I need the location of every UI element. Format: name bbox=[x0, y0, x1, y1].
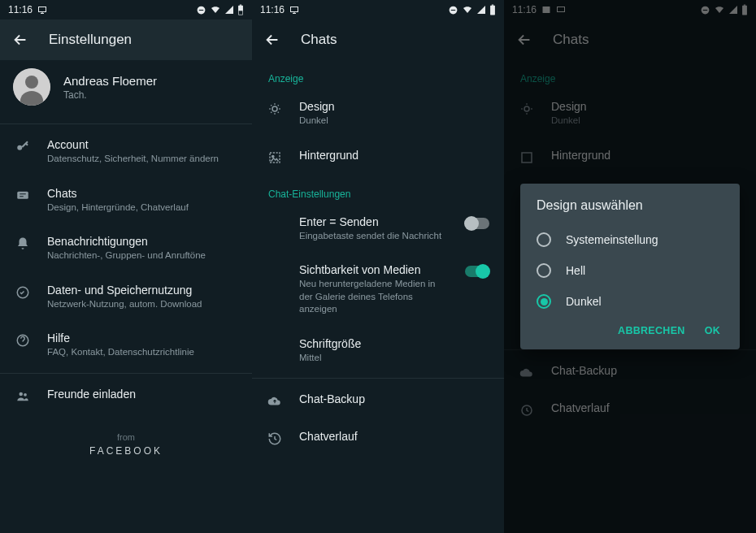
item-title: Benachrichtigungen bbox=[47, 235, 237, 248]
svg-rect-11 bbox=[17, 191, 28, 198]
settings-pane: 11:16 Einstellungen Andreas Floemer Tach… bbox=[0, 0, 252, 533]
footer-brand: FACEBOOK bbox=[0, 445, 252, 457]
section-chat-settings: Chat-Einstellungen bbox=[252, 176, 504, 205]
back-icon[interactable] bbox=[263, 31, 281, 49]
wallpaper-icon bbox=[267, 150, 282, 165]
svg-rect-6 bbox=[239, 6, 243, 11]
screenshot-icon bbox=[289, 5, 299, 15]
settings-item-notifications[interactable]: Benachrichtigungen Nachrichten-, Gruppen… bbox=[0, 224, 252, 273]
radio-option-light[interactable]: Hell bbox=[537, 255, 732, 286]
data-icon bbox=[15, 285, 30, 300]
svg-point-14 bbox=[20, 392, 24, 396]
item-sub: Mittel bbox=[299, 352, 489, 365]
item-title: Daten- und Speichernutzung bbox=[47, 284, 237, 297]
divider bbox=[252, 378, 504, 379]
dnd-icon bbox=[448, 5, 458, 15]
chats-pane: 11:16 Chats Anzeige Design Dunkel Hinter… bbox=[252, 0, 504, 533]
chats-item-design[interactable]: Design Dunkel bbox=[252, 89, 504, 138]
svg-point-15 bbox=[24, 392, 27, 396]
chats-item-font-size[interactable]: Schriftgröße Mittel bbox=[252, 327, 504, 375]
item-title: Design bbox=[299, 100, 489, 113]
ok-button[interactable]: OK bbox=[705, 325, 720, 336]
status-time: 11:16 bbox=[260, 4, 285, 15]
dialog-title: Design auswählen bbox=[537, 198, 732, 213]
item-title: Chats bbox=[47, 187, 237, 200]
radio-label: Dunkel bbox=[566, 295, 602, 308]
design-dialog: Design auswählen Systemeinstellung Hell … bbox=[520, 184, 740, 349]
profile-row[interactable]: Andreas Floemer Tach. bbox=[0, 60, 252, 120]
bell-icon bbox=[15, 236, 30, 251]
app-bar: Einstellungen bbox=[0, 20, 252, 60]
toggle-media-visibility[interactable] bbox=[465, 266, 489, 277]
key-icon bbox=[15, 140, 30, 154]
people-icon bbox=[15, 389, 30, 404]
cancel-button[interactable]: ABBRECHEN bbox=[618, 325, 685, 336]
avatar bbox=[13, 68, 50, 106]
chats-item-backup[interactable]: Chat-Backup bbox=[252, 382, 504, 419]
signal-icon bbox=[224, 5, 234, 15]
profile-status: Tach. bbox=[63, 89, 157, 101]
item-title: Hintergrund bbox=[299, 149, 489, 162]
status-bar: 11:16 bbox=[252, 0, 504, 20]
radio-label: Systemeinstellung bbox=[566, 233, 658, 246]
radio-icon bbox=[537, 263, 551, 278]
divider bbox=[0, 373, 252, 374]
svg-rect-18 bbox=[451, 9, 455, 10]
page-title: Chats bbox=[301, 32, 337, 48]
item-sub: Dunkel bbox=[299, 115, 489, 128]
chats-item-wallpaper[interactable]: Hintergrund bbox=[252, 138, 504, 176]
signal-icon bbox=[476, 5, 486, 15]
radio-icon bbox=[537, 294, 551, 309]
status-time: 11:16 bbox=[8, 4, 33, 15]
cloud-icon bbox=[267, 394, 282, 409]
item-title: Chatverlauf bbox=[299, 430, 489, 443]
chats-item-enter-send[interactable]: Enter = Senden Eingabetaste sendet die N… bbox=[252, 205, 504, 254]
item-title: Enter = Senden bbox=[299, 215, 449, 228]
svg-point-10 bbox=[17, 145, 22, 150]
settings-item-account[interactable]: Account Datenschutz, Sicherheit, Nummer … bbox=[0, 128, 252, 176]
chat-icon bbox=[15, 188, 30, 203]
chats-item-history[interactable]: Chatverlauf bbox=[252, 419, 504, 457]
radio-label: Hell bbox=[566, 264, 585, 277]
chats-item-media-visibility[interactable]: Sichtbarkeit von Medien Neu heruntergela… bbox=[252, 253, 504, 327]
toggle-enter-send[interactable] bbox=[465, 218, 489, 229]
svg-point-21 bbox=[272, 106, 277, 111]
wifi-icon bbox=[210, 5, 221, 15]
item-sub: Datenschutz, Sicherheit, Nummer ändern bbox=[47, 153, 237, 166]
svg-rect-20 bbox=[492, 5, 493, 6]
item-title: Hilfe bbox=[47, 332, 237, 344]
footer-from: from bbox=[0, 432, 252, 442]
back-icon[interactable] bbox=[11, 31, 29, 49]
item-title: Schriftgröße bbox=[299, 337, 489, 350]
divider bbox=[0, 124, 252, 124]
app-bar: Chats bbox=[252, 20, 504, 60]
section-display: Anzeige bbox=[252, 60, 504, 89]
radio-icon bbox=[537, 232, 551, 247]
item-title: Chat-Backup bbox=[299, 392, 489, 405]
svg-rect-16 bbox=[291, 7, 298, 12]
settings-item-help[interactable]: Hilfe FAQ, Kontakt, Datenschutzrichtlini… bbox=[0, 321, 252, 370]
item-sub: Design, Hintergründe, Chatverlauf bbox=[47, 202, 237, 214]
svg-point-8 bbox=[25, 76, 38, 89]
help-icon bbox=[15, 333, 30, 348]
item-title: Freunde einladen bbox=[47, 388, 237, 401]
svg-point-23 bbox=[272, 155, 274, 157]
item-sub: Nachrichten-, Gruppen- und Anruftöne bbox=[47, 249, 237, 262]
radio-option-dark[interactable]: Dunkel bbox=[537, 286, 732, 317]
status-bar: 11:16 bbox=[0, 0, 252, 20]
screenshot-icon bbox=[37, 5, 47, 15]
svg-rect-2 bbox=[199, 9, 203, 10]
chats-pane-with-dialog: 11:16 Chats Anzeige Design Dunkel bbox=[504, 0, 756, 533]
settings-item-data[interactable]: Daten- und Speichernutzung Netzwerk-Nutz… bbox=[0, 273, 252, 322]
wifi-icon bbox=[462, 5, 473, 15]
dialog-overlay[interactable]: Design auswählen Systemeinstellung Hell … bbox=[504, 0, 756, 533]
settings-item-chats[interactable]: Chats Design, Hintergründe, Chatverlauf bbox=[0, 176, 252, 225]
settings-item-invite[interactable]: Freunde einladen bbox=[0, 377, 252, 414]
item-title: Sichtbarkeit von Medien bbox=[299, 263, 449, 276]
theme-icon bbox=[267, 102, 282, 116]
item-sub: FAQ, Kontakt, Datenschutzrichtlinie bbox=[47, 346, 237, 359]
svg-rect-19 bbox=[490, 6, 495, 15]
page-title: Einstellungen bbox=[49, 32, 132, 48]
dialog-actions: ABBRECHEN OK bbox=[537, 317, 732, 343]
radio-option-system[interactable]: Systemeinstellung bbox=[537, 224, 732, 255]
